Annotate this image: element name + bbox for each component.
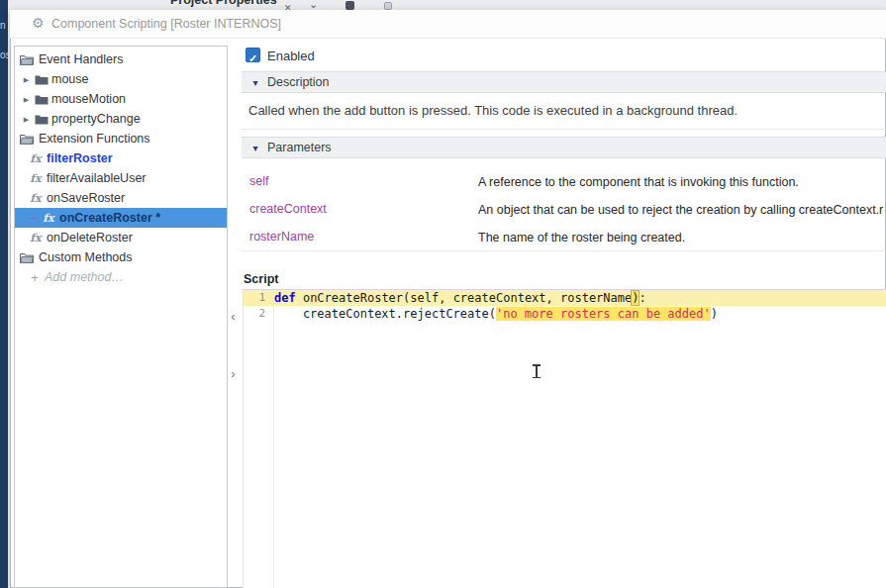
folder-open-icon [20, 134, 34, 145]
splitter-collapse-left-icon[interactable] [227, 310, 240, 326]
screen: n os Project Properties Component Script… [0, 0, 886, 588]
parameter-row: self A reference to the component that i… [242, 174, 886, 194]
tree-item-event-handlers[interactable]: Event Handlers [15, 49, 227, 69]
tree-item-label: onSaveRoster [47, 191, 125, 205]
line-number: 1 [244, 290, 274, 306]
function-icon [29, 171, 43, 185]
tree-item-label: Extension Functions [39, 132, 150, 146]
folder-open-icon [20, 54, 34, 65]
add-method-button[interactable]: Add method… [15, 267, 227, 287]
script-editor[interactable]: 1 def onCreateRoster(self, createContext… [243, 289, 886, 588]
tree-connector [29, 218, 37, 219]
toolbar-icon[interactable] [384, 2, 392, 10]
code-text: def onCreateRoster(self, createContext, … [274, 290, 646, 306]
folder-icon [35, 114, 49, 125]
tree-item-filteravailableuser[interactable]: filterAvailableUser [15, 168, 227, 188]
parameter-description: A reference to the component that is inv… [478, 175, 799, 189]
code-line: 2 createContext.rejectCreate('no more ro… [244, 306, 886, 322]
function-icon [29, 191, 43, 205]
handler-tree: Event Handlers mouse mouseMotion propert… [14, 46, 228, 588]
code-text: createContext.rejectCreate('no more rost… [274, 306, 718, 322]
tree-item-label: onCreateRoster * [59, 211, 160, 225]
collapse-triangle-icon [250, 139, 260, 156]
plus-icon [29, 270, 41, 285]
tab-close-icon[interactable] [284, 0, 294, 9]
parameter-name: rosterName [249, 230, 314, 244]
tree-item-label: onDeleteRoster [47, 231, 133, 245]
tree-item-label: propertyChange [51, 112, 141, 126]
folder-icon [35, 74, 49, 85]
parameter-row: createContext An object that can be used… [242, 202, 886, 222]
parameter-name: createContext [249, 202, 327, 216]
toolbar-icon[interactable] [345, 1, 354, 10]
gutter-separator [273, 290, 274, 588]
function-icon [42, 211, 55, 225]
parameters-section-header[interactable]: Parameters [242, 137, 886, 158]
code-string: 'no more rosters can be added' [496, 307, 711, 321]
tree-item-propertychange[interactable]: propertyChange [15, 109, 227, 129]
clipped-text-fragment: os [0, 49, 8, 60]
clipped-text-fragment: n [0, 20, 8, 31]
tree-item-custom-methods[interactable]: Custom Methods [15, 247, 227, 267]
tree-item-label: mouse [51, 72, 89, 86]
folder-icon [35, 94, 49, 105]
tree-item-extension-functions[interactable]: Extension Functions [15, 129, 227, 148]
background-window-topbar: Project Properties [8, 0, 886, 10]
dialog-title: Component Scripting [Roster INTERNOS] [51, 17, 281, 31]
tree-item-mousemotion[interactable]: mouseMotion [15, 89, 227, 109]
code-line-current: 1 def onCreateRoster(self, createContext… [244, 290, 886, 306]
collapse-triangle-icon [250, 73, 260, 91]
splitter-expand-right-icon[interactable] [227, 367, 240, 383]
tree-item-filterroster[interactable]: filterRoster [15, 148, 227, 168]
code-token: createContext.rejectCreate( [274, 307, 496, 321]
parameter-description: An object that can be used to reject the… [478, 203, 883, 217]
folder-open-icon [20, 252, 34, 263]
tree-item-label: Custom Methods [39, 250, 132, 264]
left-edge-panel: n os [0, 0, 8, 588]
expand-arrow-icon[interactable] [21, 112, 32, 126]
function-icon [29, 151, 43, 165]
tree-item-ondeleteroster[interactable]: onDeleteRoster [15, 228, 227, 247]
parameters-header-label: Parameters [267, 141, 332, 154]
dialog-titlebar[interactable]: Component Scripting [Roster INTERNOS] [10, 10, 886, 39]
enabled-label: Enabled [267, 49, 315, 63]
expand-arrow-icon[interactable] [21, 72, 32, 86]
tree-item-label: mouseMotion [51, 92, 126, 106]
description-text: Called when the add button is pressed. T… [248, 103, 738, 118]
tree-item-oncreateroster-selected[interactable]: onCreateRoster * [15, 208, 227, 228]
add-method-label: Add method… [45, 270, 124, 284]
expand-arrow-icon[interactable] [21, 92, 32, 106]
chevron-down-icon[interactable] [309, 0, 321, 8]
code-token: : [639, 291, 645, 305]
tree-item-mouse[interactable]: mouse [15, 69, 227, 89]
tab-project-properties[interactable]: Project Properties [170, 0, 277, 7]
code-token: onCreateRoster(self, createContext, rost… [296, 291, 633, 305]
tree-item-label: filterRoster [47, 151, 113, 165]
divider [242, 250, 886, 251]
function-icon [29, 231, 43, 245]
description-section-header[interactable]: Description [242, 71, 886, 93]
text-cursor [536, 365, 538, 377]
parameter-name: self [249, 174, 268, 188]
tree-item-label: filterAvailableUser [47, 171, 147, 185]
code-token: ) [711, 307, 718, 321]
tree-item-label: Event Handlers [39, 52, 123, 66]
divider [242, 129, 886, 130]
code-keyword: def [274, 291, 296, 305]
parameter-description: The name of the roster being created. [478, 231, 685, 245]
tree-item-onsaveroster[interactable]: onSaveRoster [15, 188, 227, 208]
script-label: Script [244, 272, 278, 286]
parameter-row: rosterName The name of the roster being … [242, 230, 886, 249]
enabled-checkbox[interactable] [246, 48, 260, 62]
line-number: 2 [244, 306, 274, 322]
description-header-label: Description [267, 75, 330, 89]
component-scripting-icon [32, 14, 48, 32]
